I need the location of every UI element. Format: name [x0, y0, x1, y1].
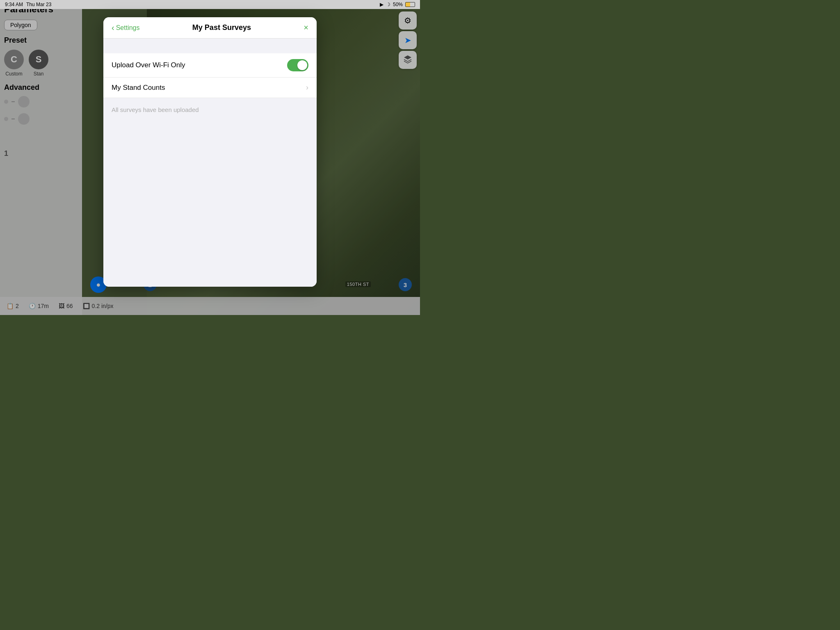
- stand-counts-label: My Stand Counts: [112, 84, 165, 92]
- empty-surveys-message: All surveys have been uploaded: [103, 98, 317, 121]
- status-left: 9:34 AM Thu Mar 23: [5, 2, 51, 7]
- signal-icon: ▶: [380, 2, 383, 7]
- upload-wifi-toggle[interactable]: [287, 59, 308, 71]
- upload-wifi-label: Upload Over Wi-Fi Only: [112, 61, 185, 69]
- toggle-thumb: [297, 60, 307, 70]
- back-chevron-icon: ‹: [112, 23, 114, 32]
- modal-title: My Past Surveys: [192, 23, 251, 32]
- stand-counts-row[interactable]: My Stand Counts ›: [103, 78, 317, 98]
- battery-icon: [405, 2, 415, 7]
- modal-close-button[interactable]: ×: [304, 23, 308, 32]
- status-time: 9:34 AM: [5, 2, 23, 7]
- modal-content-area: All surveys have been uploaded: [103, 98, 317, 287]
- modal-header: ‹ Settings My Past Surveys ×: [103, 17, 317, 39]
- status-date: Thu Mar 23: [26, 2, 51, 7]
- moon-icon: ☽: [386, 2, 390, 7]
- upload-wifi-row: Upload Over Wi-Fi Only: [103, 53, 317, 78]
- modal-overlay: ‹ Settings My Past Surveys × Upload Over…: [0, 9, 420, 315]
- chevron-right-icon: ›: [306, 83, 308, 92]
- status-bar: 9:34 AM Thu Mar 23 ▶ ☽ 50%: [0, 0, 420, 9]
- status-right: ▶ ☽ 50%: [380, 2, 415, 7]
- modal-back-button[interactable]: ‹ Settings: [112, 23, 139, 32]
- modal: ‹ Settings My Past Surveys × Upload Over…: [103, 17, 317, 287]
- modal-section-spacer: [103, 39, 317, 53]
- battery-label: 50%: [393, 2, 403, 7]
- back-label: Settings: [116, 24, 140, 32]
